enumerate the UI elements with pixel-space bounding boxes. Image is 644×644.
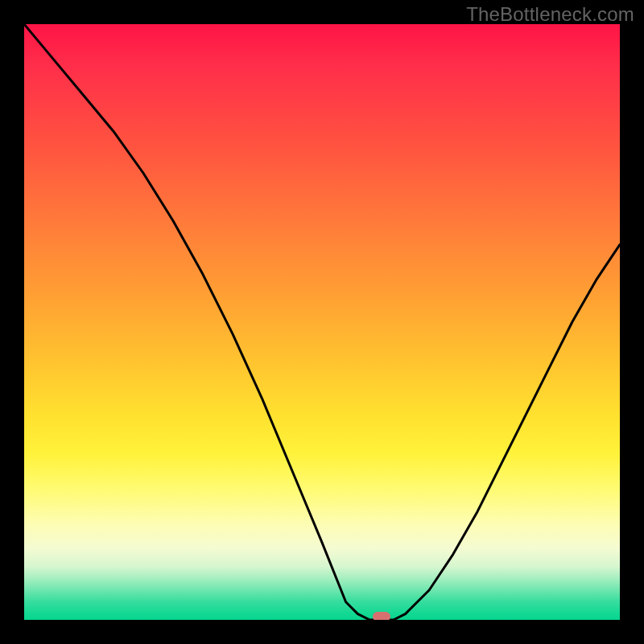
- chart-frame: TheBottleneck.com: [0, 0, 644, 644]
- bottleneck-curve: [24, 24, 620, 620]
- plot-area: [24, 24, 620, 620]
- optimum-marker: [373, 612, 390, 620]
- watermark-text: TheBottleneck.com: [466, 3, 634, 26]
- curve-path: [24, 24, 620, 620]
